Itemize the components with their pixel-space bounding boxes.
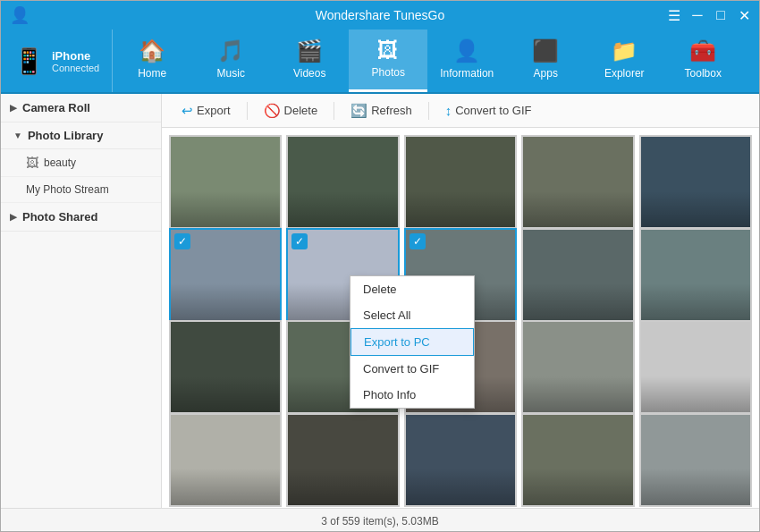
apps-icon: ⬛ xyxy=(532,38,559,63)
nav-label-music: Music xyxy=(217,67,245,80)
nav-item-music[interactable]: 🎵 Music xyxy=(191,30,270,92)
sidebar-item-photo-library[interactable]: ▼ Photo Library xyxy=(1,122,161,149)
table-row[interactable]: ✓ xyxy=(521,413,634,507)
export-icon: ↩ xyxy=(182,103,193,119)
table-row[interactable]: ✓ xyxy=(169,228,282,322)
nav-item-home[interactable]: 🏠 Home xyxy=(113,30,191,92)
export-button[interactable]: ↩ Export xyxy=(173,99,240,122)
nav-item-videos[interactable]: 🎬 Videos xyxy=(270,30,349,92)
sidebar-item-beauty[interactable]: 🖼 beauty xyxy=(1,149,161,177)
ctx-select-all[interactable]: Select All xyxy=(350,302,474,328)
nav-item-information[interactable]: 👤 Information xyxy=(427,30,506,92)
device-icon: 📱 xyxy=(13,46,45,76)
nav-label-home: Home xyxy=(138,67,166,80)
export-label: Export xyxy=(197,104,231,117)
app-title: Wondershare TunesGo xyxy=(316,8,445,22)
toolbox-icon: 🧰 xyxy=(689,38,716,63)
nav-bar: 📱 iPhone Connected 🏠 Home 🎵 Music 🎬 Vide… xyxy=(1,30,759,94)
photo-thumbnail xyxy=(288,415,397,505)
minimize-icon[interactable]: ─ xyxy=(689,7,705,23)
nav-label-videos: Videos xyxy=(293,67,325,80)
photo-library-children: 🖼 beauty My Photo Stream xyxy=(1,149,161,203)
nav-item-toolbox[interactable]: 🧰 Toolbox xyxy=(663,30,742,92)
delete-button[interactable]: 🚫 Delete xyxy=(255,99,327,122)
photo-thumbnail xyxy=(641,230,750,320)
ctx-photo-info[interactable]: Photo Info xyxy=(350,382,474,408)
nav-label-apps: Apps xyxy=(534,67,558,80)
device-text: iPhone Connected xyxy=(52,49,99,73)
delete-icon: 🚫 xyxy=(264,103,281,119)
table-row[interactable]: ✓ xyxy=(521,135,634,229)
videos-icon: 🎬 xyxy=(296,38,323,63)
home-icon: 🏠 xyxy=(139,38,165,63)
window-controls: ☰ ─ □ ✕ xyxy=(666,7,752,24)
table-row[interactable]: ✓ xyxy=(521,320,634,414)
table-row[interactable]: ✓ xyxy=(169,320,282,414)
sidebar: ▶ Camera Roll ▼ Photo Library 🖼 beauty M… xyxy=(1,94,162,508)
device-status: Connected xyxy=(52,63,99,73)
status-text: 3 of 559 item(s), 5.03MB xyxy=(321,515,438,528)
refresh-label: Refresh xyxy=(371,104,412,117)
nav-label-toolbox: Toolbox xyxy=(685,67,722,80)
photo-shared-label: Photo Shared xyxy=(22,210,98,224)
music-icon: 🎵 xyxy=(217,38,244,63)
toolbar-sep-3 xyxy=(428,102,429,120)
maximize-icon[interactable]: □ xyxy=(713,7,729,23)
table-row[interactable]: ✓ xyxy=(286,413,399,507)
photo-thumbnail xyxy=(171,415,280,505)
table-row[interactable]: ✓ xyxy=(639,320,752,414)
table-row[interactable]: ✓ xyxy=(286,135,399,229)
sidebar-item-camera-roll[interactable]: ▶ Camera Roll xyxy=(1,94,161,122)
nav-item-apps[interactable]: ⬛ Apps xyxy=(506,30,585,92)
context-menu: Delete Select All Export to PC Convert t… xyxy=(350,275,475,409)
close-icon[interactable]: ✕ xyxy=(736,7,752,24)
table-row[interactable]: ✓ xyxy=(169,135,282,229)
ctx-convert-gif[interactable]: Convert to GIF xyxy=(350,356,474,382)
photo-checkbox: ✓ xyxy=(410,233,426,249)
photos-icon: 🖼 xyxy=(377,38,399,63)
photo-thumbnail xyxy=(641,415,750,505)
convert-button[interactable]: ↕ Convert to GIF xyxy=(436,99,541,122)
table-row[interactable]: ✓ xyxy=(169,413,282,507)
beauty-icon: 🖼 xyxy=(26,156,38,170)
refresh-button[interactable]: 🔄 Refresh xyxy=(342,99,421,122)
refresh-icon: 🔄 xyxy=(350,103,367,119)
device-name: iPhone xyxy=(52,49,99,63)
device-info: 📱 iPhone Connected xyxy=(1,30,113,92)
convert-label: Convert to GIF xyxy=(455,104,531,117)
photo-thumbnail xyxy=(523,415,632,505)
title-bar: 👤 Wondershare TunesGo ☰ ─ □ ✕ xyxy=(1,1,759,30)
photo-grid: ✓ ✓ ✓ ✓ xyxy=(162,128,759,508)
table-row[interactable]: ✓ xyxy=(639,135,752,229)
nav-item-photos[interactable]: 🖼 Photos xyxy=(349,30,427,92)
table-row[interactable]: ✓ xyxy=(639,413,752,507)
status-bar: 3 of 559 item(s), 5.03MB xyxy=(1,508,759,532)
my-photo-stream-label: My Photo Stream xyxy=(26,183,109,196)
table-row[interactable]: ✓ xyxy=(521,228,634,322)
beauty-label: beauty xyxy=(44,156,76,169)
convert-icon: ↕ xyxy=(445,103,452,118)
sidebar-item-photo-shared[interactable]: ▶ Photo Shared xyxy=(1,203,161,232)
photo-thumbnail xyxy=(406,137,515,227)
photo-thumbnail xyxy=(288,137,397,227)
photo-thumbnail xyxy=(523,322,632,412)
photo-thumbnail xyxy=(171,322,280,412)
table-row[interactable]: ✓ xyxy=(404,413,517,507)
toolbar: ↩ Export 🚫 Delete 🔄 Refresh ↕ Convert to… xyxy=(162,94,759,128)
ctx-delete[interactable]: Delete xyxy=(350,276,474,302)
explorer-icon: 📁 xyxy=(611,38,638,63)
nav-label-explorer: Explorer xyxy=(604,67,645,80)
sidebar-item-my-photo-stream[interactable]: My Photo Stream xyxy=(1,177,161,203)
photo-library-label: Photo Library xyxy=(28,129,104,142)
camera-roll-label: Camera Roll xyxy=(22,101,90,114)
nav-item-explorer[interactable]: 📁 Explorer xyxy=(585,30,663,92)
ctx-export-to-pc[interactable]: Export to PC xyxy=(350,328,474,356)
delete-label: Delete xyxy=(284,104,318,117)
nav-label-photos: Photos xyxy=(372,66,405,79)
table-row[interactable]: ✓ xyxy=(404,135,517,229)
table-row[interactable]: ✓ xyxy=(639,228,752,322)
photo-thumbnail xyxy=(523,230,632,320)
user-icon: 👤 xyxy=(10,5,30,25)
photo-checkbox: ✓ xyxy=(174,233,190,249)
menu-icon[interactable]: ☰ xyxy=(666,7,682,24)
